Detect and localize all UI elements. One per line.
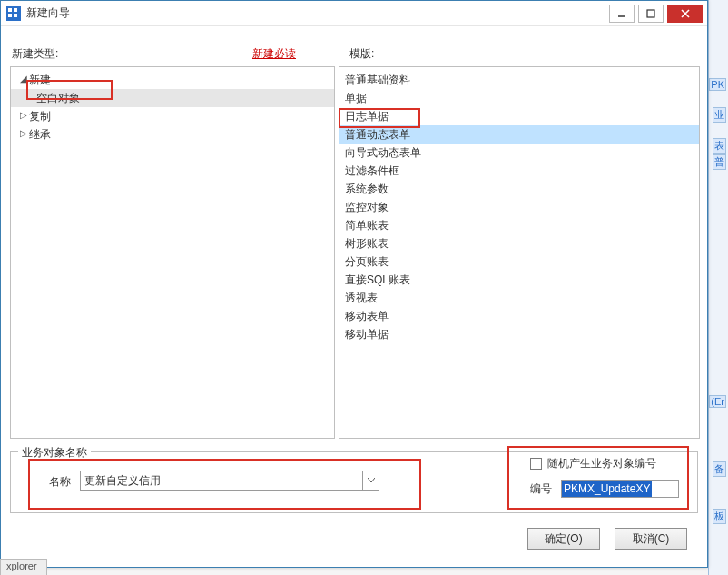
list-item-label: 监控对象: [345, 201, 389, 213]
list-item-label: 单据: [345, 92, 367, 104]
button-label: 取消(C): [633, 531, 670, 547]
bg-chip: 板: [713, 509, 726, 524]
code-label: 编号: [530, 481, 552, 497]
tree-node-label: 继承: [29, 126, 51, 143]
tree-node-copy[interactable]: ▷ 复制: [11, 107, 334, 125]
new-type-tree[interactable]: ◢ 新建 空白对象 ▷ 复制 ▷ 继承: [11, 67, 334, 147]
name-combobox[interactable]: 更新自定义信用: [80, 471, 379, 491]
minimize-button[interactable]: [609, 5, 635, 23]
template-label: 模版:: [349, 46, 374, 62]
list-item[interactable]: 向导式动态表单: [339, 144, 699, 162]
list-item[interactable]: 普通动态表单: [339, 125, 699, 144]
bg-chip: 表: [713, 138, 726, 154]
list-item[interactable]: 监控对象: [339, 198, 699, 216]
code-value: PKMX_UpdateXY: [562, 481, 652, 497]
list-item[interactable]: 移动表单: [339, 307, 699, 325]
tree-node-label: 新建: [29, 72, 51, 88]
expand-icon[interactable]: ◢: [18, 71, 29, 87]
chevron-down-icon[interactable]: [362, 471, 379, 490]
list-item[interactable]: 直接SQL账表: [339, 271, 699, 289]
maximize-button[interactable]: [638, 5, 664, 23]
name-value: 更新自定义信用: [81, 473, 362, 489]
list-item-label: 系统参数: [345, 183, 389, 195]
checkbox-box[interactable]: [530, 458, 542, 470]
list-item[interactable]: 透视表: [339, 289, 699, 307]
list-item-label: 向导式动态表单: [345, 146, 421, 159]
list-item-label: 普通基础资料: [345, 74, 410, 86]
list-item-label: 透视表: [345, 292, 378, 304]
list-item-label: 普通动态表单: [345, 128, 410, 141]
object-name-group: 业务对象名称 名称 更新自定义信用 随机产生业务对象编号 编号 PKMX_Upd…: [10, 451, 698, 513]
list-item[interactable]: 简单账表: [339, 216, 699, 234]
list-item-label: 移动表单: [345, 310, 389, 322]
bg-chip: (Er: [709, 395, 726, 408]
new-readme-link[interactable]: 新建必读: [252, 46, 296, 62]
list-item[interactable]: 日志单据: [339, 107, 699, 125]
name-label: 名称: [49, 474, 71, 490]
bg-chip: 备: [713, 461, 726, 477]
list-item-label: 树形账表: [345, 237, 389, 250]
tree-node-blank-object[interactable]: 空白对象: [11, 89, 334, 107]
titlebar: 新建向导: [1, 1, 707, 26]
list-item[interactable]: 移动单据: [339, 325, 699, 343]
list-item[interactable]: 单据: [339, 89, 699, 107]
list-item-label: 直接SQL账表: [345, 273, 410, 286]
list-item-label: 日志单据: [345, 110, 389, 123]
group-legend: 业务对象名称: [18, 445, 91, 461]
cancel-button[interactable]: 取消(C): [615, 528, 687, 550]
template-list[interactable]: 普通基础资料 单据 日志单据 普通动态表单 向导式动态表单 过滤条件框 系统参数…: [339, 67, 699, 347]
expand-icon[interactable]: ▷: [18, 107, 29, 124]
window-title: 新建向导: [26, 5, 70, 21]
bg-chip: 业: [713, 107, 726, 123]
svg-rect-1: [647, 10, 654, 17]
app-icon: [6, 6, 21, 21]
list-item-label: 分页账表: [345, 255, 389, 268]
new-type-tree-pane: ◢ 新建 空白对象 ▷ 复制 ▷ 继承: [10, 66, 335, 439]
tree-node-inherit[interactable]: ▷ 继承: [11, 125, 334, 144]
ok-button[interactable]: 确定(O): [527, 528, 600, 550]
button-label: 确定(O): [545, 531, 582, 547]
code-input[interactable]: PKMX_UpdateXY: [561, 480, 679, 498]
random-code-checkbox[interactable]: 随机产生业务对象编号: [530, 456, 656, 471]
list-item[interactable]: 树形账表: [339, 234, 699, 253]
list-item-label: 过滤条件框: [345, 164, 399, 177]
expand-icon[interactable]: ▷: [18, 125, 29, 142]
template-list-pane: 普通基础资料 单据 日志单据 普通动态表单 向导式动态表单 过滤条件框 系统参数…: [339, 66, 700, 439]
list-item[interactable]: 过滤条件框: [339, 162, 699, 180]
checkbox-label: 随机产生业务对象编号: [547, 456, 656, 471]
explorer-tab[interactable]: xplorer: [0, 559, 47, 575]
list-item[interactable]: 普通基础资料: [339, 71, 699, 89]
new-type-label: 新建类型:: [12, 46, 58, 62]
tree-node-new[interactable]: ◢ 新建: [11, 71, 334, 89]
list-item[interactable]: 分页账表: [339, 253, 699, 271]
list-item-label: 简单账表: [345, 219, 389, 232]
list-item[interactable]: 系统参数: [339, 180, 699, 198]
bg-chip: PK: [709, 78, 726, 91]
close-button[interactable]: [667, 5, 703, 23]
tree-node-label: 复制: [29, 108, 51, 124]
list-item-label: 移动单据: [345, 328, 389, 341]
bg-chip: 普: [713, 154, 726, 170]
tree-node-label: 空白对象: [36, 92, 80, 104]
new-wizard-dialog: 新建向导 新建类型: 新建必读 模版: ◢ 新建: [0, 0, 708, 568]
